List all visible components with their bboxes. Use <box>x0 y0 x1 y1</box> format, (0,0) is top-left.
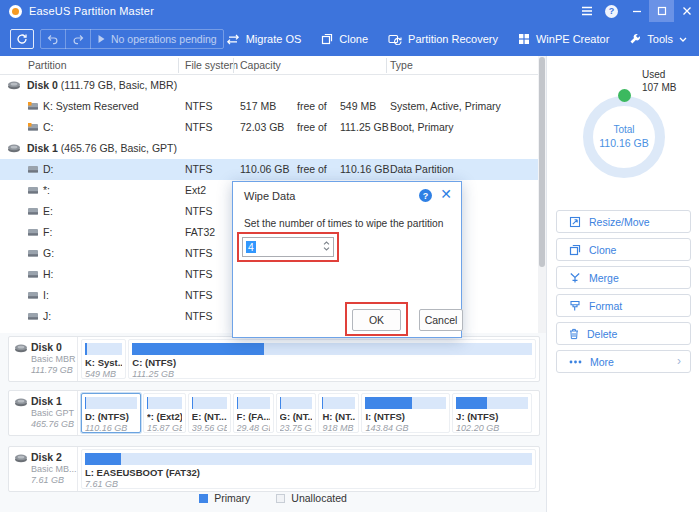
wrench-icon <box>629 33 641 45</box>
table-header: PartitionFile systemCapacityType <box>0 56 546 75</box>
disk-map-label-text: Basic MB... <box>16 464 77 474</box>
toolbar-item-label: Tools <box>647 33 673 45</box>
capacity-bar <box>85 343 122 355</box>
clone-icon <box>321 33 333 45</box>
button-label: Resize/Move <box>589 216 650 228</box>
partition-label: C: <box>43 121 54 133</box>
disk-map-label: Disk 2Basic MB...7.61 GB <box>9 447 78 491</box>
disk-map-partition-ffa[interactable]: F: (FA...29.48 GB <box>233 393 274 433</box>
titlebar: EaseUS Partition Master ? <box>0 0 699 22</box>
toolbar-clone-button[interactable]: Clone <box>321 33 368 45</box>
disk-map-partition-hnt[interactable]: H: (NT...918 MB <box>318 393 359 433</box>
redo-button[interactable] <box>65 29 90 49</box>
toolbar: No operations pending Migrate OSClonePar… <box>0 22 699 56</box>
disk-map-partition-ext2[interactable]: *: (Ext2)15.87 GB <box>143 393 186 433</box>
capacity-bar-fill <box>147 397 148 409</box>
clone-button[interactable]: Clone <box>556 238 691 261</box>
used-dot-icon <box>618 89 631 102</box>
partition-map-label: D: (NTFS) <box>85 411 137 422</box>
dialog-help-icon[interactable]: ? <box>419 189 432 202</box>
capacity-bar-fill <box>132 343 264 355</box>
column-header-capacity[interactable]: Capacity <box>240 59 281 71</box>
more-button[interactable]: More› <box>556 350 691 373</box>
partition-row-d[interactable]: D:NTFS110.06 GBfree of110.16 GBData Part… <box>0 159 546 180</box>
disk-map-partition-jntfs[interactable]: J: (NTFS)102.20 GB <box>452 393 532 433</box>
app-logo-icon <box>9 5 22 18</box>
partition-label: *: <box>43 184 50 196</box>
undo-button[interactable] <box>41 29 65 49</box>
delete-button[interactable]: Delete <box>556 322 691 345</box>
wipe-times-spinner[interactable]: 4 <box>242 237 334 257</box>
type-value: Data Partition <box>390 163 454 175</box>
pending-operations-button[interactable]: No operations pending <box>90 29 223 49</box>
button-label: More <box>590 356 614 368</box>
easeus-partition-master-window: EaseUS Partition Master ? No operations … <box>0 0 699 512</box>
drive-icon <box>27 164 39 174</box>
capacity-bar <box>322 397 355 409</box>
format-button[interactable]: Format <box>556 294 691 317</box>
partition-row-ksystemreserved[interactable]: K: System ReservedNTFS517 MBfree of549 M… <box>0 96 546 117</box>
toolbar-tools-button[interactable]: Tools <box>629 33 687 45</box>
file-system-value: Ext2 <box>185 184 206 196</box>
capacity-bar-fill <box>192 397 193 409</box>
window-title: EaseUS Partition Master <box>29 5 154 17</box>
disk-map-label-text: Basic GPT <box>16 408 77 418</box>
capacity-bar <box>85 397 137 409</box>
ok-button[interactable]: OK <box>352 309 401 331</box>
disk-map-partition-dntfs[interactable]: D: (NTFS)110.16 GB <box>81 393 141 433</box>
merge-button[interactable]: Merge <box>556 266 691 289</box>
format-icon <box>569 300 581 312</box>
toolbar-winpe-creator-button[interactable]: WinPE Creator <box>518 33 609 45</box>
file-system-value: NTFS <box>185 205 212 217</box>
file-system-value: FAT32 <box>185 226 215 238</box>
resize-move-button[interactable]: Resize/Move <box>556 210 691 233</box>
toolbar-actions: Migrate OSClonePartition RecoveryWinPE C… <box>226 33 687 45</box>
disk-map-partition-cntfs[interactable]: C: (NTFS)111.25 GB <box>128 339 536 379</box>
unallocated-swatch-icon <box>276 494 285 503</box>
toolbar-item-label: WinPE Creator <box>536 33 609 45</box>
disk-row-disk1[interactable]: Disk 1 (465.76 GB, Basic, GPT) <box>0 138 546 159</box>
capacity-bar <box>192 397 227 409</box>
disk-map-label-text: 465.76 GB <box>16 419 77 429</box>
column-header-partition[interactable]: Partition <box>28 59 67 71</box>
pending-operations-label: No operations pending <box>111 33 217 45</box>
disk-map-partition-leaseusbootfat32[interactable]: L: EASEUSBOOT (FAT32)7.61 GB <box>81 449 536 489</box>
partition-map-label: J: (NTFS) <box>456 411 528 422</box>
disk-map-partition-intfs[interactable]: I: (NTFS)143.84 GB <box>361 393 450 433</box>
help-button[interactable]: ? <box>599 0 624 22</box>
disk-map-label-text: 7.61 GB <box>16 475 77 485</box>
delete-icon <box>569 328 579 340</box>
dialog-close-icon[interactable]: ✕ <box>440 186 452 202</box>
refresh-button[interactable] <box>10 29 34 49</box>
column-header-file-system[interactable]: File system <box>185 59 238 71</box>
vertical-scrollbar[interactable] <box>538 56 546 333</box>
disk-icon <box>14 397 28 407</box>
menu-button[interactable] <box>574 0 599 22</box>
drive-icon <box>27 290 39 300</box>
close-icon <box>682 6 692 16</box>
button-label: Clone <box>589 244 616 256</box>
partition-row-c[interactable]: C:NTFS72.03 GBfree of111.25 GBBoot, Prim… <box>0 117 546 138</box>
minimize-button[interactable] <box>624 0 649 22</box>
partition-map-size: 102.20 GB <box>456 423 528 433</box>
close-button[interactable] <box>674 0 699 22</box>
capacity-bar-fill <box>85 343 87 355</box>
cancel-button[interactable]: Cancel <box>419 309 463 331</box>
spinner-arrows-icon[interactable] <box>323 240 330 252</box>
usage-donut: Total 110.16 GB Used 107 MB <box>547 56 699 206</box>
scrollbar-thumb[interactable] <box>539 57 545 267</box>
disk-map-partition-ksyst[interactable]: K: Syst...549 MB <box>81 339 126 379</box>
file-system-value: NTFS <box>185 289 212 301</box>
disk-map-partition-gnt[interactable]: G: (NT...23.75 GB <box>276 393 317 433</box>
toolbar-migrate-os-button[interactable]: Migrate OS <box>226 33 302 45</box>
dialog-title: Wipe Data <box>244 190 295 202</box>
maximize-button[interactable] <box>649 0 674 22</box>
toolbar-partition-recovery-button[interactable]: Partition Recovery <box>388 33 498 45</box>
disk-map-partition-ent[interactable]: E: (NT...39.56 GB <box>188 393 231 433</box>
merge-icon <box>569 272 581 284</box>
column-header-type[interactable]: Type <box>390 59 413 71</box>
toolbar-item-label: Migrate OS <box>246 33 302 45</box>
disk-row-disk0[interactable]: Disk 0 (111.79 GB, Basic, MBR) <box>0 75 546 96</box>
disk-icon <box>7 80 21 90</box>
minimize-icon <box>632 6 642 16</box>
